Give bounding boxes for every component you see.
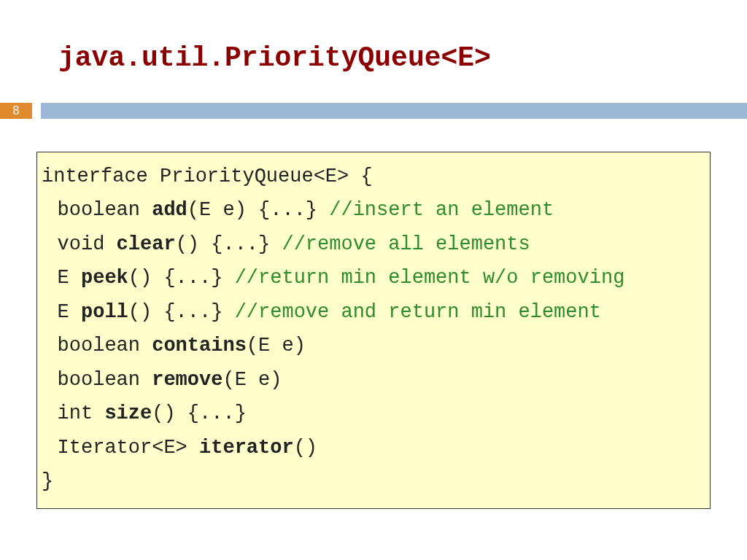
code-line: } <box>42 464 705 498</box>
method-name: add <box>152 199 187 221</box>
code-text: Iterator<E> <box>58 437 199 459</box>
code-line: E poll() {...} //remove and return min e… <box>42 295 705 329</box>
bar-gap <box>32 103 41 119</box>
method-name: peek <box>81 267 128 289</box>
code-text: () {...} <box>128 267 235 289</box>
code-text: (E e) {...} <box>187 199 329 221</box>
code-text: interface PriorityQueue<E> { <box>42 166 373 187</box>
code-text: boolean <box>58 199 152 221</box>
slide-title: java.util.PriorityQueue<E> <box>0 0 747 74</box>
code-comment: //return min element w/o removing <box>235 267 625 289</box>
code-text: () {...} <box>128 301 235 323</box>
code-line: boolean add(E e) {...} //insert an eleme… <box>42 193 705 227</box>
code-block: interface PriorityQueue<E> { boolean add… <box>36 152 711 509</box>
code-line: void clear() {...} //remove all elements <box>42 228 705 261</box>
code-text: () <box>294 437 317 459</box>
code-line: Iterator<E> iterator() <box>42 431 705 464</box>
method-name: clear <box>117 233 176 255</box>
code-comment: //remove and return min element <box>235 301 601 323</box>
method-name: remove <box>152 369 222 391</box>
accent-bar <box>41 103 747 119</box>
method-name: poll <box>81 301 128 323</box>
code-text: (E e) <box>222 369 282 391</box>
code-text: boolean <box>58 335 152 357</box>
method-name: contains <box>152 335 247 357</box>
code-text: E <box>58 267 81 289</box>
code-text: E <box>58 301 81 323</box>
method-name: iterator <box>199 437 294 459</box>
page-number-badge: 8 <box>0 103 32 119</box>
code-comment: //insert an element <box>329 199 554 221</box>
code-text: () {...} <box>176 233 282 255</box>
header-bar: 8 <box>0 103 747 119</box>
code-text: int <box>58 402 105 424</box>
code-text: void <box>58 233 117 255</box>
code-line: boolean remove(E e) <box>42 363 705 397</box>
code-line: boolean contains(E e) <box>42 329 705 362</box>
code-text: (E e) <box>247 335 306 357</box>
code-text: boolean <box>58 369 152 391</box>
code-text: } <box>42 470 53 492</box>
code-line: E peek() {...} //return min element w/o … <box>42 261 705 295</box>
method-name: size <box>104 402 152 424</box>
code-text: () {...} <box>152 402 247 424</box>
code-line: int size() {...} <box>42 397 705 430</box>
code-line: interface PriorityQueue<E> { <box>42 160 705 193</box>
code-comment: //remove all elements <box>282 233 530 255</box>
